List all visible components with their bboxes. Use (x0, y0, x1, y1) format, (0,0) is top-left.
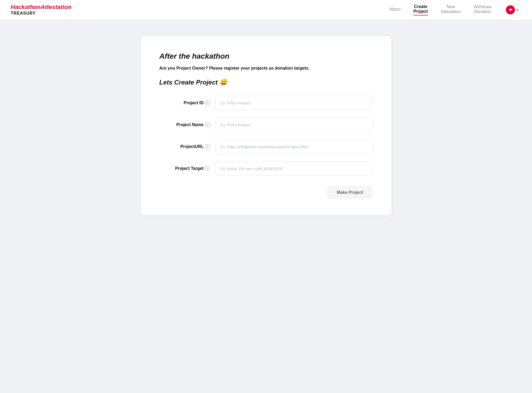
nav-item-new-attestation[interactable]: NewAttestation (441, 5, 461, 15)
project-name-info-icon[interactable]: i (205, 122, 210, 127)
logo: HackathonAttestation TREASURY (11, 4, 71, 15)
project-name-row: Project Name i (159, 118, 373, 132)
create-project-card: After the hackathon Are you Project Owne… (141, 36, 391, 215)
submit-row: Make Project (159, 186, 373, 199)
card-title: After the hackathon (159, 52, 373, 61)
user-menu[interactable]: ❤ ▾ (504, 4, 521, 16)
project-url-info-icon[interactable]: i (205, 144, 210, 149)
project-id-info-icon[interactable]: i (205, 101, 210, 105)
nav-item-withdraw-donation[interactable]: WithdrawDonation (474, 5, 491, 15)
project-target-label: Project Target i (159, 166, 210, 171)
project-id-input[interactable] (215, 96, 373, 110)
nav-item-create-project[interactable]: CreateProject (413, 4, 428, 15)
project-id-label: Project ID i (159, 101, 210, 105)
project-target-info-icon[interactable]: i (205, 166, 210, 171)
make-project-button[interactable]: Make Project (327, 186, 373, 199)
project-id-row: Project ID i (159, 96, 373, 110)
nav-item-about[interactable]: About (390, 7, 401, 13)
project-url-label: ProjectURL i (159, 144, 210, 149)
card-subtitle: Lets Create Project 😄 (159, 79, 373, 86)
project-url-input[interactable] (215, 139, 373, 154)
card-description: Are you Project Owner? Please register y… (159, 66, 373, 71)
project-form: Project ID i Project Name i ProjectURL i (159, 96, 373, 199)
project-target-input[interactable] (215, 161, 373, 176)
logo-treasury: TREASURY (11, 11, 71, 16)
project-name-input[interactable] (215, 118, 373, 132)
project-name-label: Project Name i (159, 122, 210, 127)
project-target-row: Project Target i (159, 161, 373, 176)
logo-hackathon: HackathonAttestation (11, 4, 71, 10)
chevron-down-icon: ▾ (517, 8, 518, 12)
main-nav: About CreateProject NewAttestation Withd… (390, 4, 491, 15)
project-url-row: ProjectURL i (159, 139, 373, 154)
avatar: ❤ (506, 5, 515, 14)
